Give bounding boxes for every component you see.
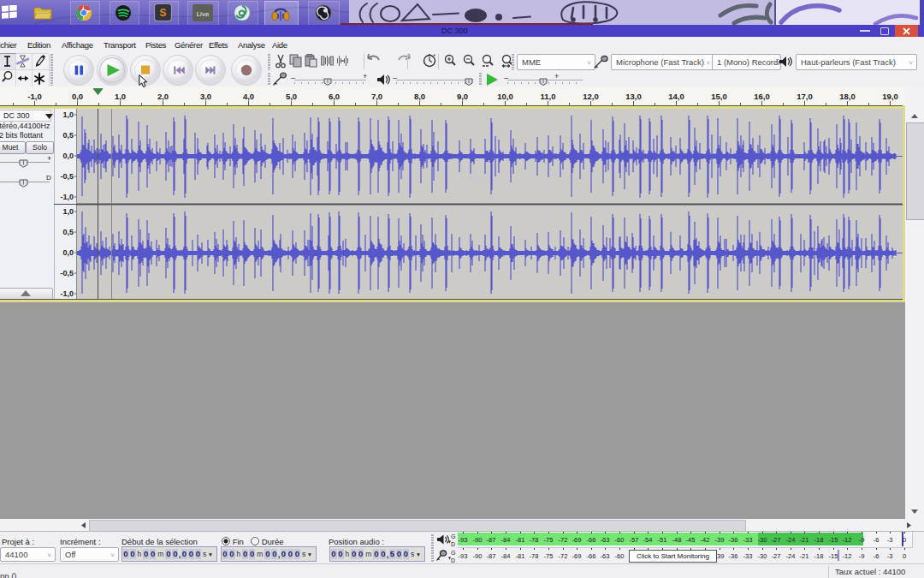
svg-text:7,0: 7,0	[371, 92, 382, 101]
svg-text:D: D	[451, 541, 455, 547]
svg-text:14,0: 14,0	[668, 92, 684, 101]
svg-text:-1,0: -1,0	[60, 289, 74, 298]
svg-text:1,0: 1,0	[115, 92, 126, 101]
svg-text:11,0: 11,0	[541, 92, 556, 101]
svg-text:19,0: 19,0	[882, 92, 898, 101]
svg-text:-1,0: -1,0	[60, 193, 74, 201]
svg-text:10,0: 10,0	[497, 92, 513, 101]
svg-text:2,0: 2,0	[157, 92, 169, 101]
svg-text:1,0: 1,0	[62, 110, 74, 119]
svg-text:0,0: 0,0	[62, 248, 74, 257]
svg-text:5,0: 5,0	[286, 92, 297, 101]
svg-text:3,0: 3,0	[200, 92, 211, 101]
svg-text:-0,5: -0,5	[60, 172, 74, 181]
svg-text:S: S	[160, 7, 167, 19]
svg-text:9,0: 9,0	[457, 92, 468, 101]
svg-text:G: G	[451, 533, 455, 539]
svg-text:1,0: 1,0	[62, 207, 74, 216]
svg-text:0,5: 0,5	[62, 228, 74, 236]
svg-text:6,0: 6,0	[329, 92, 340, 101]
svg-text:Live: Live	[197, 10, 210, 18]
svg-text:13,0: 13,0	[625, 92, 642, 101]
svg-text:18,0: 18,0	[839, 92, 856, 101]
svg-text:0,0: 0,0	[72, 92, 83, 101]
svg-text:15,0: 15,0	[711, 92, 727, 101]
svg-text:0,5: 0,5	[62, 131, 74, 140]
svg-text:8,0: 8,0	[414, 92, 425, 101]
svg-text:D: D	[451, 557, 455, 563]
svg-text:-1,0: -1,0	[27, 92, 41, 101]
svg-text:0,0: 0,0	[62, 152, 74, 160]
svg-text:-0,5: -0,5	[60, 269, 74, 277]
svg-text:G: G	[451, 550, 455, 556]
svg-text:12,0: 12,0	[583, 92, 599, 101]
svg-text:16,0: 16,0	[754, 92, 770, 101]
svg-text:17,0: 17,0	[797, 92, 813, 101]
svg-text:4,0: 4,0	[243, 92, 254, 101]
